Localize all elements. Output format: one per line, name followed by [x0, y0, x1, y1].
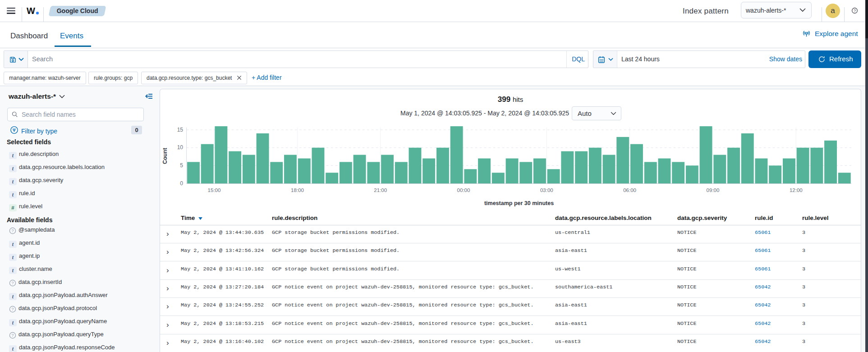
svg-text:18:00: 18:00 [291, 187, 304, 193]
svg-text:09:00: 09:00 [707, 187, 720, 193]
svg-text:?: ? [11, 228, 14, 233]
svg-text:00:00: 00:00 [457, 187, 470, 193]
svg-text:?: ? [11, 306, 14, 311]
svg-text:21:00: 21:00 [374, 187, 387, 193]
svg-text:15:00: 15:00 [208, 187, 221, 193]
svg-text:5: 5 [180, 162, 183, 169]
svg-text:12:00: 12:00 [790, 187, 803, 193]
svg-text:0: 0 [180, 180, 183, 187]
svg-text:06:00: 06:00 [623, 187, 636, 193]
svg-text:10: 10 [177, 144, 184, 151]
svg-text:15: 15 [177, 127, 184, 133]
svg-text:?: ? [11, 333, 14, 338]
svg-text:?: ? [11, 280, 14, 285]
svg-text:03:00: 03:00 [540, 187, 553, 193]
